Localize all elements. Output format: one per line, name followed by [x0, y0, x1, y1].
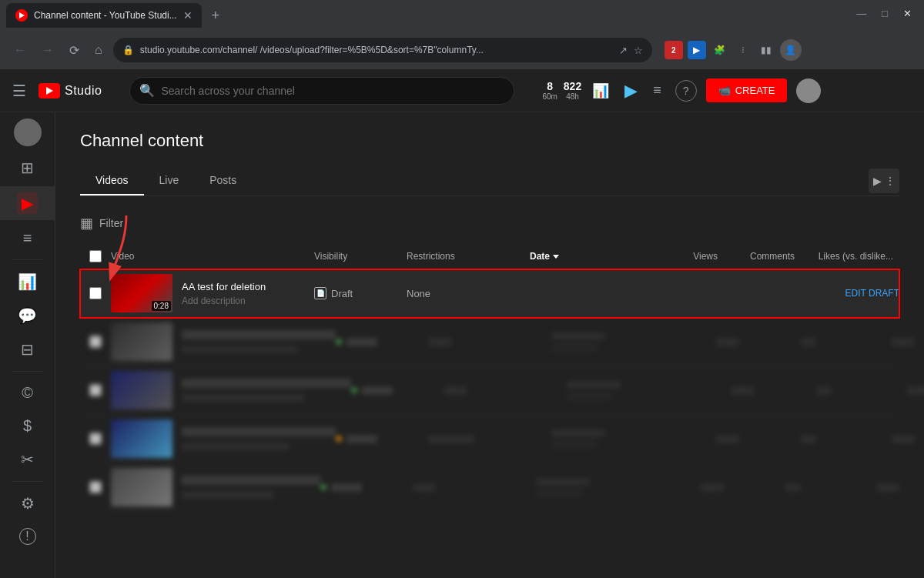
sidebar-item-subtitles[interactable]: ⊟ [0, 334, 55, 365]
row1-title: AA test for deletion [182, 281, 266, 292]
header-date[interactable]: Date [530, 251, 653, 262]
row4-views [675, 435, 752, 443]
sidebar-item-copyright[interactable]: © [0, 378, 55, 408]
sidebar-item-dashboard[interactable]: ⊞ [0, 152, 55, 183]
row2-views [675, 338, 752, 346]
row1-action[interactable]: EDIT DRAFT [807, 288, 899, 299]
sidebar-avatar[interactable] [14, 119, 42, 146]
logo[interactable]: Studio [38, 83, 102, 99]
table-row-5[interactable] [80, 463, 899, 512]
feedback-icon: ! [19, 528, 36, 545]
window-controls: — □ ✕ [853, 5, 915, 22]
row4-select[interactable] [89, 433, 102, 445]
row5-select[interactable] [89, 481, 102, 493]
cast-icon[interactable]: ▮▮ [757, 41, 775, 59]
sidebar-divider-2 [12, 371, 43, 372]
table-row-2[interactable] [80, 318, 899, 366]
analytics-icon[interactable]: 📊 [588, 78, 614, 104]
row1-select[interactable] [89, 287, 102, 299]
sidebar-item-playlists[interactable]: ≡ [0, 223, 55, 253]
row2-select[interactable] [89, 336, 102, 348]
sidebar-item-feedback[interactable]: ! [0, 522, 55, 551]
header-likes: Likes (vs. dislike... [807, 251, 899, 262]
more-icon[interactable]: ≡ [648, 78, 666, 103]
play-icon[interactable]: ▶ [620, 76, 642, 105]
app: ☰ Studio 🔍 8 60m 822 48h 📊 ▶ ≡ ? [0, 69, 924, 578]
filter-label: Filter [99, 217, 123, 229]
row5-views [659, 483, 736, 492]
minimize-button[interactable]: — [853, 5, 869, 22]
tab-live[interactable]: Live [144, 166, 195, 195]
row2-visibility [336, 338, 428, 346]
row4-info [182, 427, 336, 450]
filter-icon[interactable]: ▦ [80, 215, 93, 232]
sidebar-item-settings[interactable]: ⚙ [0, 488, 55, 519]
subtitles-icon: ⊟ [21, 340, 34, 359]
stat-subs-sub: 48h [566, 92, 579, 101]
row4-checkbox[interactable] [80, 433, 111, 445]
row3-select[interactable] [89, 384, 102, 396]
tab-videos[interactable]: Videos [80, 166, 144, 195]
tab-icon-btn[interactable]: ▶ ⋮ [869, 169, 899, 193]
avatar[interactable] [796, 79, 821, 103]
play-icon [46, 87, 53, 95]
row5-checkbox[interactable] [80, 481, 111, 493]
ext-icon-3[interactable]: 🧩 [711, 41, 729, 59]
money-icon: $ [23, 417, 32, 435]
row1-duration: 0:28 [152, 301, 171, 311]
close-button[interactable]: ✕ [900, 5, 915, 22]
browser-chrome: Channel content - YouTube Studi... ✕ + —… [0, 0, 924, 69]
table-row-4[interactable] [80, 415, 899, 463]
header-checkbox[interactable] [80, 250, 111, 262]
home-button[interactable]: ⌂ [90, 40, 107, 60]
sidebar-item-analytics[interactable]: 📊 [0, 266, 55, 297]
header-visibility: Visibility [314, 251, 407, 262]
row2-checkbox[interactable] [80, 336, 111, 348]
sidebar: ⊞ ▶ ≡ 📊 💬 ⊟ © $ [0, 112, 55, 578]
maximize-button[interactable]: □ [879, 5, 891, 22]
address-bar[interactable]: 🔒 studio.youtube.com/channel/ /videos/up… [113, 38, 652, 62]
profile-icon[interactable]: 👤 [780, 39, 802, 61]
customization-icon: ✂ [21, 450, 34, 469]
row1-video-col: 0:28 AA test for deletion Add descriptio… [111, 274, 314, 312]
tab-posts[interactable]: Posts [194, 166, 252, 195]
tab-close-icon[interactable]: ✕ [183, 9, 192, 22]
tab-favicon [15, 9, 28, 22]
sidebar-item-content[interactable]: ▶ [0, 186, 55, 220]
table-row-3[interactable] [80, 366, 899, 415]
row5-info [182, 476, 320, 499]
back-button[interactable]: ← [9, 40, 31, 60]
sidebar-item-customization[interactable]: ✂ [0, 444, 55, 475]
active-tab[interactable]: Channel content - YouTube Studi... ✕ [6, 3, 202, 28]
sidebar-item-comments[interactable]: 💬 [0, 300, 55, 331]
lock-icon: 🔒 [122, 45, 134, 55]
header-video: Video [111, 251, 314, 262]
ext-icon-2[interactable]: ▶ [688, 41, 706, 59]
help-icon[interactable]: ? [675, 80, 697, 102]
reload-button[interactable]: ⟳ [65, 40, 84, 61]
page-title: Channel content [80, 131, 899, 151]
row3-checkbox[interactable] [80, 384, 111, 396]
row3-visibility [351, 386, 444, 395]
row4-date [551, 429, 675, 449]
row2-restrictions [428, 338, 451, 346]
sidebar-item-monetization[interactable]: $ [0, 411, 55, 441]
create-button[interactable]: 📹 CREATE [706, 79, 788, 102]
row1-visibility: 📄 Draft [314, 287, 407, 299]
search-input[interactable] [161, 85, 504, 97]
ext-icon-1[interactable]: 2 [665, 41, 683, 59]
table-header: Video Visibility Restrictions Date Views… [80, 244, 899, 269]
new-tab-button[interactable]: + [205, 5, 226, 26]
copyright-icon: © [22, 384, 33, 402]
menu-icon[interactable]: ☰ [12, 82, 26, 100]
row1-checkbox[interactable] [80, 287, 111, 299]
ext-icon-4[interactable]: ⁝ [734, 41, 752, 59]
select-all-checkbox[interactable] [89, 250, 102, 262]
search-bar[interactable]: 🔍 [129, 77, 514, 105]
forward-button[interactable]: → [37, 40, 59, 60]
row4-visibility [336, 435, 428, 443]
bookmark-icon: ☆ [634, 45, 643, 56]
row1-restrictions: None [407, 288, 530, 299]
table-row-1[interactable]: 0:28 AA test for deletion Add descriptio… [80, 269, 899, 318]
create-label: CREATE [735, 85, 775, 96]
